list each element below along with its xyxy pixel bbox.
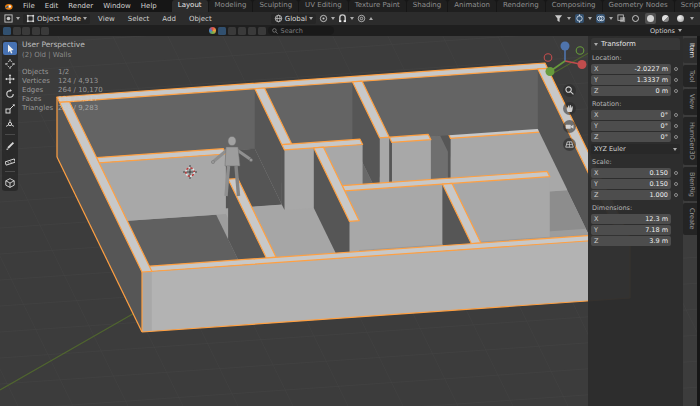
select-mode-extend-button[interactable] (13, 27, 21, 35)
menu-add[interactable]: Add (157, 13, 181, 25)
decorator-dot[interactable] (671, 182, 680, 186)
scale-z-field[interactable]: Z1.000 (591, 190, 671, 200)
tab-sculpting[interactable]: Sculpting (253, 0, 298, 12)
select-mode-invert-button[interactable] (32, 27, 40, 35)
rotation-mode-dropdown[interactable]: XYZ Euler (591, 144, 680, 154)
xray-toggle-icon[interactable] (617, 14, 626, 23)
decorator-dot[interactable] (671, 124, 680, 128)
decorator-dot[interactable] (671, 193, 680, 197)
transform-tool[interactable] (3, 117, 17, 130)
shading-solid-button[interactable] (645, 13, 656, 24)
dimensions-y-field[interactable]: Y7.18 m (591, 225, 671, 235)
select-mode-subtract-button[interactable] (22, 27, 30, 35)
mode-selector[interactable]: Object Mode (23, 14, 90, 24)
stat-label: Faces (22, 95, 58, 104)
select-box-tool[interactable] (3, 42, 17, 55)
viewlayer-toggle-icon[interactable] (218, 27, 226, 35)
tab-layout[interactable]: Layout (172, 0, 208, 12)
menu-view[interactable]: View (93, 13, 120, 25)
dimensions-z-field[interactable]: Z3.9 m (591, 236, 671, 246)
transform-panel-header[interactable]: Transform (591, 38, 680, 50)
sidebar-tab-addon3[interactable]: Create (683, 203, 697, 235)
scene-color-icon[interactable] (209, 27, 216, 34)
menu-object[interactable]: Object (184, 13, 217, 25)
location-y-field[interactable]: Y1.3337 m (591, 75, 671, 85)
move-tool[interactable] (3, 72, 17, 85)
measure-tool[interactable] (3, 154, 17, 167)
gizmo-x-neg[interactable] (544, 54, 552, 62)
sidebar-tab-tool[interactable]: Tool (683, 65, 697, 88)
shading-material-button[interactable] (660, 13, 671, 24)
shading-rendered-button[interactable] (675, 13, 686, 24)
rotation-x-field[interactable]: X0° (591, 110, 671, 120)
toggle-icon-4[interactable] (258, 27, 266, 35)
dimensions-x-field[interactable]: X12.3 m (591, 214, 671, 224)
rotation-z-field[interactable]: Z0° (591, 132, 671, 142)
tab-shading[interactable]: Shading (407, 0, 447, 12)
filter-funnel-icon[interactable] (554, 14, 563, 23)
scale-x-field[interactable]: X0.150 (591, 168, 671, 178)
shading-wireframe-button[interactable] (630, 13, 641, 24)
rotation-y-field[interactable]: Y0° (591, 121, 671, 131)
navigation-gizmo[interactable] (538, 37, 590, 83)
pan-control[interactable] (563, 102, 576, 115)
sidebar-tab-item[interactable]: Item (683, 38, 697, 63)
annotate-tool[interactable] (3, 139, 17, 152)
proportional-editing-icon[interactable] (357, 14, 366, 23)
tab-animation[interactable]: Animation (448, 0, 496, 12)
tab-texture-paint[interactable]: Texture Paint (349, 0, 406, 12)
location-x-field[interactable]: X-2.0227 m (591, 64, 671, 74)
search-input[interactable]: Search (268, 26, 334, 35)
decorator-dot[interactable] (671, 89, 680, 93)
gizmo-x-axis[interactable] (578, 60, 587, 69)
snap-magnet-icon[interactable] (338, 14, 347, 23)
tab-modeling[interactable]: Modeling (209, 0, 253, 12)
zoom-control[interactable] (563, 84, 576, 97)
scale-y-field[interactable]: Y0.150 (591, 179, 671, 189)
toggle-icon-3[interactable] (248, 27, 256, 35)
blender-logo-icon[interactable] (4, 2, 13, 11)
rotate-tool[interactable] (3, 87, 17, 100)
gizmo-z-axis[interactable] (561, 42, 570, 51)
cursor-tool[interactable] (3, 57, 17, 70)
camera-view-control[interactable] (563, 120, 576, 133)
sidebar-tab-addon1[interactable]: HumGen3D (683, 117, 697, 165)
tab-rendering[interactable]: Rendering (497, 0, 545, 12)
toggle-icon-2[interactable] (238, 27, 246, 35)
menu-render[interactable]: Render (63, 0, 98, 12)
select-mode-new-button[interactable] (3, 27, 11, 35)
gizmo-y-axis[interactable] (546, 67, 555, 76)
decorator-dot[interactable] (671, 171, 680, 175)
editor-type-icon[interactable] (4, 14, 13, 23)
scale-tool[interactable] (3, 102, 17, 115)
select-mode-intersect-button[interactable] (41, 27, 49, 35)
location-z-field[interactable]: Z0 m (591, 86, 671, 96)
tab-compositing[interactable]: Compositing (546, 0, 602, 12)
pivot-point-icon[interactable] (319, 14, 328, 23)
sidebar-tab-view[interactable]: View (683, 89, 697, 114)
menu-window[interactable]: Window (98, 0, 136, 12)
decorator-dot[interactable] (671, 113, 680, 117)
transform-orientation-dropdown[interactable]: Global (271, 14, 316, 24)
dimensions-x-value: 12.3 m (645, 215, 668, 223)
gizmo-y-neg[interactable] (576, 47, 584, 55)
location-z-value: 0 m (655, 87, 668, 95)
tab-uv-editing[interactable]: UV Editing (299, 0, 348, 12)
menu-select[interactable]: Select (123, 13, 155, 25)
sidebar-tab-addon2[interactable]: BlenRig (683, 167, 697, 202)
tab-geometry-nodes[interactable]: Geometry Nodes (603, 0, 674, 12)
menu-help[interactable]: Help (136, 0, 162, 12)
decorator-dot[interactable] (671, 78, 680, 82)
add-cube-tool[interactable] (3, 176, 17, 189)
show-gizmo-icon[interactable] (575, 14, 584, 23)
show-overlays-icon[interactable] (596, 14, 605, 23)
decorator-dot[interactable] (671, 67, 680, 71)
perspective-toggle-control[interactable] (563, 138, 576, 151)
walls-object[interactable] (57, 63, 630, 332)
menu-edit[interactable]: Edit (40, 0, 64, 12)
menu-file[interactable]: File (18, 0, 40, 12)
decorator-dot[interactable] (671, 135, 680, 139)
toggle-icon-1[interactable] (228, 27, 236, 35)
options-dropdown[interactable]: Options (650, 27, 700, 35)
tab-scripting[interactable]: Scripting (675, 0, 700, 12)
